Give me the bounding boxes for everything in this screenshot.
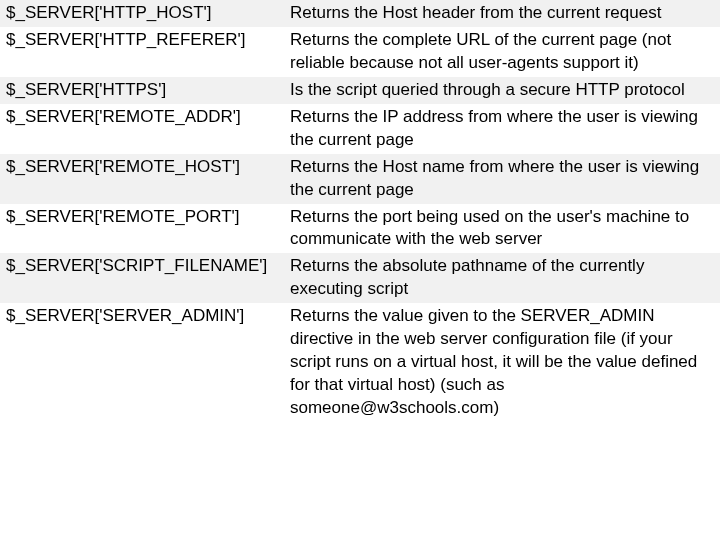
var-desc: Is the script queried through a secure H…	[284, 77, 720, 104]
var-key: $_SERVER['REMOTE_PORT']	[0, 204, 284, 254]
table-row: $_SERVER['SCRIPT_FILENAME'] Returns the …	[0, 253, 720, 303]
var-key: $_SERVER['HTTPS']	[0, 77, 284, 104]
var-desc: Returns the absolute pathname of the cur…	[284, 253, 720, 303]
var-key: $_SERVER['SCRIPT_FILENAME']	[0, 253, 284, 303]
table-row: $_SERVER['REMOTE_PORT'] Returns the port…	[0, 204, 720, 254]
var-desc: Returns the Host name from where the use…	[284, 154, 720, 204]
var-key: $_SERVER['HTTP_HOST']	[0, 0, 284, 27]
var-desc: Returns the value given to the SERVER_AD…	[284, 303, 720, 422]
var-desc: Returns the port being used on the user'…	[284, 204, 720, 254]
var-desc: Returns the Host header from the current…	[284, 0, 720, 27]
table-row: $_SERVER['HTTP_REFERER'] Returns the com…	[0, 27, 720, 77]
table-row: $_SERVER['HTTP_HOST'] Returns the Host h…	[0, 0, 720, 27]
var-key: $_SERVER['HTTP_REFERER']	[0, 27, 284, 77]
var-desc: Returns the complete URL of the current …	[284, 27, 720, 77]
var-key: $_SERVER['SERVER_ADMIN']	[0, 303, 284, 422]
table-row: $_SERVER['SERVER_ADMIN'] Returns the val…	[0, 303, 720, 422]
table-row: $_SERVER['REMOTE_ADDR'] Returns the IP a…	[0, 104, 720, 154]
var-key: $_SERVER['REMOTE_ADDR']	[0, 104, 284, 154]
var-key: $_SERVER['REMOTE_HOST']	[0, 154, 284, 204]
server-vars-table: $_SERVER['HTTP_HOST'] Returns the Host h…	[0, 0, 720, 422]
var-desc: Returns the IP address from where the us…	[284, 104, 720, 154]
table-row: $_SERVER['HTTPS'] Is the script queried …	[0, 77, 720, 104]
table-row: $_SERVER['REMOTE_HOST'] Returns the Host…	[0, 154, 720, 204]
